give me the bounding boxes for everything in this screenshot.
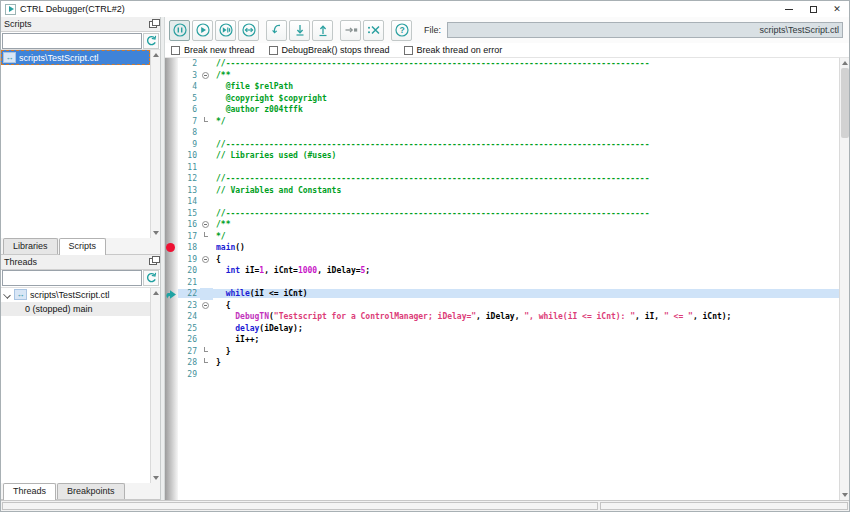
checkbox-label: DebugBreak() stops thread <box>282 45 390 55</box>
clear-breakpoints-button[interactable] <box>363 20 384 41</box>
line-margin[interactable] <box>165 173 178 185</box>
breakpoint-icon[interactable] <box>166 243 175 252</box>
line-margin[interactable] <box>165 323 178 335</box>
line-margin[interactable] <box>165 116 178 128</box>
line-margin[interactable] <box>165 70 178 82</box>
threads-refresh-button[interactable] <box>143 270 159 286</box>
line-margin[interactable] <box>165 265 178 277</box>
code-line: 10// Libraries used (#uses) <box>165 150 839 162</box>
fold-column <box>200 277 213 289</box>
line-number: 8 <box>178 128 200 137</box>
fold-open-icon[interactable] <box>202 256 209 263</box>
line-margin[interactable] <box>165 369 178 381</box>
fold-marker[interactable] <box>200 254 213 266</box>
line-margin[interactable] <box>165 104 178 116</box>
checkbox-icon <box>404 46 413 55</box>
line-margin[interactable] <box>165 150 178 162</box>
line-margin[interactable] <box>165 93 178 105</box>
line-margin[interactable] <box>165 81 178 93</box>
fold-open-icon[interactable] <box>202 221 209 228</box>
line-margin[interactable] <box>165 127 178 139</box>
script-list-item[interactable]: ↔ scripts\TestScript.ctl <box>1 50 150 65</box>
scroll-up-icon[interactable] <box>151 288 161 298</box>
step-out-button[interactable] <box>312 20 333 41</box>
threads-panel-header: Threads <box>1 255 160 270</box>
code-editor[interactable]: 2//-------------------------------------… <box>165 58 839 500</box>
debugbreak-stops-thread-checkbox[interactable]: DebugBreak() stops thread <box>269 45 390 55</box>
line-number: 13 <box>178 186 200 195</box>
file-input[interactable] <box>447 22 843 38</box>
scroll-up-icon[interactable] <box>151 50 161 60</box>
line-margin[interactable] <box>165 288 178 300</box>
step-loop-button[interactable] <box>266 20 287 41</box>
scripts-refresh-button[interactable] <box>143 33 159 49</box>
line-margin[interactable] <box>165 357 178 369</box>
scrollbar-thumb[interactable] <box>841 68 849 138</box>
chevron-down-icon[interactable] <box>3 291 11 299</box>
tab-libraries[interactable]: Libraries <box>3 238 58 254</box>
fold-marker[interactable] <box>200 300 213 312</box>
scripts-tab-bar: Libraries Scripts <box>1 238 160 255</box>
line-margin[interactable] <box>165 185 178 197</box>
float-panel-icon[interactable] <box>149 21 157 28</box>
line-margin[interactable] <box>165 139 178 151</box>
threads-filter-input[interactable] <box>2 270 142 286</box>
line-margin[interactable] <box>165 242 178 254</box>
checkbox-icon <box>269 46 278 55</box>
fold-open-icon[interactable] <box>202 72 209 79</box>
fold-marker[interactable] <box>200 70 213 82</box>
run-button[interactable] <box>192 20 213 41</box>
editor-scrollbar[interactable] <box>839 58 849 500</box>
maximize-button[interactable] <box>801 1 825 17</box>
line-margin[interactable] <box>165 311 178 323</box>
scroll-down-icon[interactable] <box>840 490 850 500</box>
line-margin[interactable] <box>165 219 178 231</box>
refresh-icon <box>145 35 157 47</box>
scripts-filter-input[interactable] <box>2 33 142 49</box>
step-over-button[interactable] <box>238 20 259 41</box>
line-margin[interactable] <box>165 334 178 346</box>
scripts-list-scrollbar[interactable] <box>150 50 160 238</box>
line-number: 19 <box>178 255 200 264</box>
tab-breakpoints[interactable]: Breakpoints <box>57 483 125 499</box>
pause-button[interactable] <box>169 20 190 41</box>
code-text: delay(iDelay); <box>213 324 839 333</box>
minimize-button[interactable] <box>777 1 801 17</box>
scroll-down-icon[interactable] <box>151 228 161 238</box>
play-icon <box>195 22 211 38</box>
thread-row[interactable]: 0 (stopped) main <box>1 302 150 316</box>
line-number: 15 <box>178 209 200 218</box>
fold-marker[interactable] <box>200 219 213 231</box>
float-panel-icon[interactable] <box>149 258 157 265</box>
threads-list-scrollbar[interactable] <box>150 288 160 484</box>
line-margin[interactable] <box>165 162 178 174</box>
line-margin[interactable] <box>165 196 178 208</box>
scroll-down-icon[interactable] <box>151 473 161 483</box>
tab-scripts[interactable]: Scripts <box>59 238 107 255</box>
tab-threads[interactable]: Threads <box>3 483 56 500</box>
threads-list: ↔ scripts\TestScript.ctl 0 (stopped) mai… <box>1 288 160 484</box>
run-all-threads-button[interactable] <box>215 20 236 41</box>
close-button[interactable]: ✕ <box>825 1 849 17</box>
step-into-button[interactable] <box>289 20 310 41</box>
line-margin[interactable] <box>165 277 178 289</box>
run-to-cursor-button[interactable] <box>340 20 361 41</box>
help-button[interactable]: ? <box>391 20 412 41</box>
line-margin[interactable] <box>165 58 178 70</box>
thread-label: 0 (stopped) main <box>25 304 93 314</box>
code-line: 26 iI++; <box>165 334 839 346</box>
line-margin[interactable] <box>165 208 178 220</box>
line-margin[interactable] <box>165 300 178 312</box>
thread-script-row[interactable]: ↔ scripts\TestScript.ctl <box>1 288 150 302</box>
line-number: 4 <box>178 82 200 91</box>
line-margin[interactable] <box>165 254 178 266</box>
line-margin[interactable] <box>165 231 178 243</box>
fold-open-icon[interactable] <box>202 302 209 309</box>
break-thread-on-error-checkbox[interactable]: Break thread on error <box>404 45 503 55</box>
break-new-thread-checkbox[interactable]: Break new thread <box>171 45 255 55</box>
line-number: 10 <box>178 151 200 160</box>
play-all-icon <box>218 22 234 38</box>
line-margin[interactable] <box>165 346 178 358</box>
code-line: 21 <box>165 277 839 289</box>
scroll-up-icon[interactable] <box>840 58 850 68</box>
